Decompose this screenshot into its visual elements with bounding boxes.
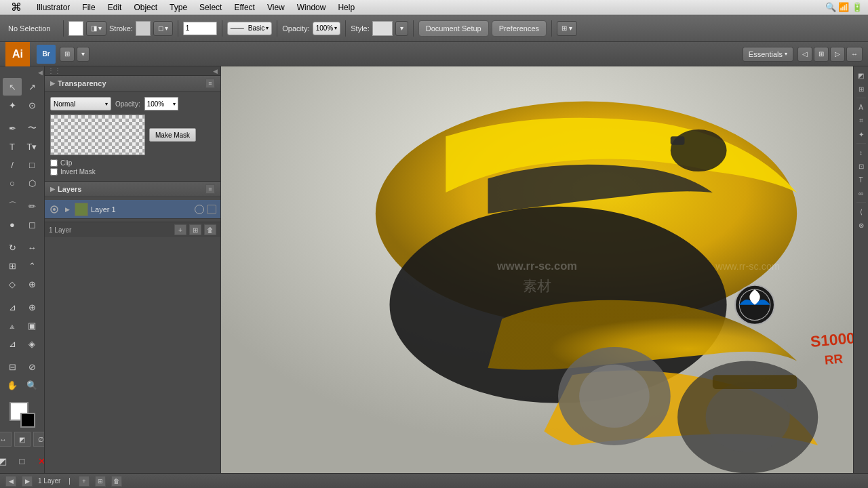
- invert-mask-checkbox[interactable]: [50, 168, 58, 176]
- menu-type[interactable]: Type: [164, 2, 193, 13]
- rotate-tool-btn[interactable]: ↻: [3, 239, 22, 256]
- menu-effect[interactable]: Effect: [229, 2, 260, 13]
- rt-btn-5[interactable]: ✦: [855, 128, 867, 140]
- style-dropdown-btn[interactable]: ▾: [395, 21, 408, 36]
- default-colors-btn[interactable]: ◩: [14, 432, 31, 447]
- duplicate-layer-btn[interactable]: ⊞: [189, 224, 201, 235]
- transparency-collapse-arrow[interactable]: ▶: [50, 80, 55, 87]
- eyedropper-tool-btn[interactable]: ⊿: [3, 335, 22, 352]
- clip-checkbox[interactable]: [50, 159, 58, 167]
- workspace-btn[interactable]: ⊞ ▾: [557, 21, 577, 36]
- pencil-tool-btn[interactable]: ✏: [22, 197, 41, 215]
- none-mode-btn[interactable]: ✕: [33, 452, 45, 470]
- style-dropdown[interactable]: —— Basic: [227, 22, 272, 35]
- layout-btn-4[interactable]: ↔: [846, 47, 863, 62]
- menu-edit[interactable]: Edit: [102, 2, 127, 13]
- preferences-button[interactable]: Preferences: [492, 20, 547, 37]
- lasso-tool-btn[interactable]: ⊙: [22, 96, 41, 114]
- gradient-tool-btn[interactable]: ▣: [22, 317, 41, 334]
- menu-help[interactable]: Help: [332, 2, 360, 13]
- rt-btn-3[interactable]: A: [855, 101, 867, 113]
- layout-btn-2[interactable]: ⊞: [814, 47, 829, 62]
- rt-btn-8[interactable]: T: [855, 174, 867, 186]
- style-color-box[interactable]: [372, 21, 393, 36]
- br-logo[interactable]: Br: [37, 45, 56, 64]
- menu-window[interactable]: Window: [292, 2, 332, 13]
- menu-illustrator[interactable]: Illustrator: [31, 2, 75, 13]
- fill-mode-btn[interactable]: ◩: [0, 452, 12, 470]
- menu-select[interactable]: Select: [194, 2, 227, 13]
- toolbox-collapse-btn[interactable]: ◀: [38, 69, 43, 76]
- artboard-tool-btn[interactable]: ⊟: [3, 358, 22, 375]
- rt-btn-6[interactable]: ↕: [855, 146, 867, 159]
- add-artboard-btn[interactable]: +: [79, 476, 90, 487]
- reflect-tool-btn[interactable]: ↔: [22, 239, 41, 256]
- swap-colors-btn[interactable]: ↔: [0, 432, 12, 447]
- slice-tool-btn[interactable]: ⊘: [22, 358, 41, 375]
- trash-btn[interactable]: 🗑: [111, 476, 122, 487]
- polygon-tool-btn[interactable]: ⬡: [22, 174, 41, 192]
- menu-view[interactable]: View: [262, 2, 290, 13]
- workspace-toggle-btn[interactable]: ▾: [77, 47, 90, 62]
- rt-btn-4[interactable]: ⌗: [855, 115, 867, 127]
- delete-layer-btn[interactable]: 🗑: [204, 224, 216, 235]
- selection-tool-btn[interactable]: ↖: [3, 78, 22, 96]
- essentials-button[interactable]: Essentials: [743, 47, 793, 62]
- arrange-btn[interactable]: ⊞: [95, 476, 106, 487]
- layer-visibility-btn[interactable]: [49, 204, 60, 215]
- layer-expand-btn[interactable]: ▶: [62, 205, 72, 214]
- stroke-options-btn[interactable]: ◻ ▾: [153, 21, 173, 36]
- layers-collapse-arrow[interactable]: ▶: [50, 186, 55, 192]
- hand-tool-btn[interactable]: ✋: [3, 376, 22, 394]
- zoom-tool-btn[interactable]: 🔍: [22, 376, 41, 394]
- layer-row[interactable]: ▶ Layer 1: [45, 200, 220, 219]
- width-tool-btn[interactable]: ⊕: [22, 275, 41, 293]
- rt-btn-1[interactable]: ◩: [855, 69, 867, 81]
- make-mask-button[interactable]: Make Mask: [149, 128, 196, 142]
- perspective-grid-tool-btn[interactable]: ⟁: [3, 317, 22, 334]
- shape-builder-tool-btn[interactable]: ⊕: [22, 298, 41, 316]
- opacity-value-dropdown[interactable]: 100%: [144, 97, 178, 110]
- layout-btn-1[interactable]: ◁: [797, 47, 812, 62]
- stroke-mode-btn[interactable]: □: [13, 452, 32, 470]
- curvature-tool-btn[interactable]: 〜: [22, 119, 41, 137]
- apple-menu[interactable]: ⌘: [5, 0, 27, 14]
- layer-lock-btn[interactable]: [207, 205, 216, 214]
- warp-tool-btn[interactable]: ◇: [3, 275, 22, 293]
- color-mode-none-btn[interactable]: ∅: [33, 432, 45, 447]
- canvas-content[interactable]: S1000 RR www.rr-sc.com 素材 www.rr-sc.com: [221, 66, 853, 473]
- background-color[interactable]: [20, 413, 35, 428]
- rect-tool-btn[interactable]: □: [22, 156, 41, 174]
- magic-wand-tool-btn[interactable]: ✦: [3, 96, 22, 114]
- rt-btn-2[interactable]: ⊞: [855, 83, 867, 95]
- document-setup-button[interactable]: Document Setup: [418, 20, 489, 37]
- layers-menu-btn[interactable]: ≡: [205, 184, 215, 194]
- fill-options-btn[interactable]: ◨ ▾: [86, 21, 106, 36]
- rt-btn-7[interactable]: ⊡: [855, 160, 867, 172]
- pen-tool-btn[interactable]: ✒: [3, 119, 22, 137]
- canvas-area[interactable]: S1000 RR www.rr-sc.com 素材 www.rr-sc.com: [221, 66, 853, 473]
- transparency-menu-btn[interactable]: ≡: [205, 79, 215, 88]
- free-transform-tool-btn[interactable]: ⊿: [3, 298, 22, 316]
- type-tool-btn[interactable]: T: [3, 138, 22, 155]
- rt-btn-10[interactable]: ⟨: [855, 205, 867, 218]
- layer-target-btn[interactable]: [195, 205, 204, 214]
- workspace-icon-btn[interactable]: ⊞: [60, 47, 75, 62]
- timeline-prev-btn[interactable]: ◀: [5, 476, 16, 487]
- panels-collapse-btn[interactable]: ◀: [213, 68, 218, 75]
- line-tool-btn[interactable]: /: [3, 156, 22, 174]
- direct-selection-tool-btn[interactable]: ↗: [22, 78, 41, 96]
- blend-tool-btn[interactable]: ◈: [22, 335, 41, 352]
- blend-mode-dropdown[interactable]: Normal: [50, 97, 111, 110]
- type-options-btn[interactable]: T▾: [22, 138, 41, 155]
- transparency-panel-header[interactable]: ▶ Transparency ≡: [45, 76, 220, 92]
- layout-btn-3[interactable]: ▷: [830, 47, 845, 62]
- menu-object[interactable]: Object: [128, 2, 163, 13]
- stroke-color-box[interactable]: [136, 21, 151, 36]
- shear-tool-btn[interactable]: ⌃: [22, 257, 41, 274]
- opacity-dropdown[interactable]: 100%: [313, 22, 341, 35]
- scale-tool-btn[interactable]: ⊞: [3, 257, 22, 274]
- paintbrush-tool-btn[interactable]: ⌒: [3, 197, 22, 215]
- rt-btn-11[interactable]: ⊗: [855, 219, 867, 231]
- rt-btn-9[interactable]: ∞: [855, 187, 867, 199]
